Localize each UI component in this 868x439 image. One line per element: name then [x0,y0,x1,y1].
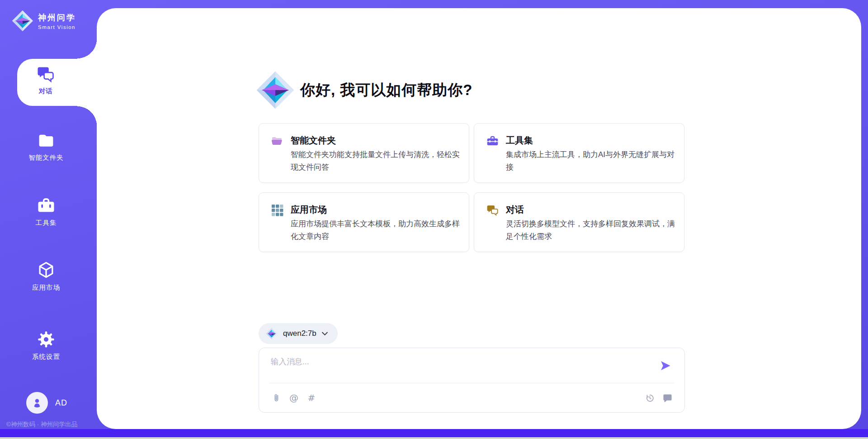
card-title: 工具集 [506,134,533,147]
card-smart-folder[interactable]: 智能文件夹 智能文件夹功能支持批量文件上传与清洗，轻松实现文件问答 [259,123,469,183]
send-icon [659,359,672,372]
horizontal-scrollbar[interactable] [0,437,868,439]
avatar [26,392,48,414]
model-selector[interactable]: qwen2:7b [259,323,338,344]
sidebar-item-label: 对话 [39,87,53,95]
bottom-accent-strip [0,429,868,437]
sidebar-item-toolset[interactable]: 工具集 [0,196,92,227]
sidebar-item-label: 工具集 [36,219,57,227]
app-root: 神州问学 Smart Vision 对话 智能文件夹 工具集 [0,0,868,439]
user-account[interactable]: AD [26,392,67,414]
sidebar-item-label: 智能文件夹 [28,153,64,162]
brand-subtitle: Smart Vision [38,24,76,30]
hash-icon: # [308,392,316,403]
greeting-block: 你好, 我可以如何帮助你? [256,71,473,110]
active-tab-fillet-bottom [77,106,97,126]
card-description: 集成市场上主流工具，助力AI与外界无缝扩展与对接 [506,148,675,174]
folder-icon [37,131,55,149]
paperclip-icon [272,393,281,403]
main-panel: 你好, 我可以如何帮助你? 智能文件夹 智能文件夹功能支持批量文件上传与清洗，轻… [97,8,861,429]
new-conversation-button[interactable] [662,392,673,403]
sidebar-item-app-market[interactable]: 应用市场 [0,261,92,292]
comment-icon [663,393,672,403]
briefcase-icon [486,135,499,147]
card-title: 对话 [506,204,524,216]
diamond-logo-icon [12,10,33,32]
send-button[interactable] [659,359,672,372]
model-name: qwen2:7b [283,329,316,338]
copyright-footer: ©神州数码 · 神州问学出品 [6,420,77,429]
folder-open-icon [271,135,283,147]
gear-icon [37,330,55,348]
card-chat[interactable]: 对话 灵活切换多模型文件，支持多样回复效果调试，满足个性化需求 [474,192,684,252]
brand-title: 神州问学 [38,12,76,23]
sidebar-item-label: 系统设置 [32,353,60,361]
chat-icon [486,204,499,216]
sidebar-item-smart-folder[interactable]: 智能文件夹 [0,131,92,162]
brand-logo: 神州问学 Smart Vision [12,10,76,32]
card-title: 应用市场 [291,204,327,216]
card-description: 智能文件夹功能支持批量文件上传与清洗，轻松实现文件问答 [291,148,460,174]
card-title: 智能文件夹 [291,134,336,147]
diamond-logo-icon [266,328,278,339]
user-name: AD [55,398,67,408]
topic-button[interactable]: # [306,392,317,403]
sidebar-item-label: 应用市场 [32,283,60,292]
history-icon [645,393,655,403]
message-composer: @ # [259,348,685,413]
attach-file-button[interactable] [271,392,282,403]
apps-grid-icon [271,204,283,216]
card-toolset[interactable]: 工具集 集成市场上主流工具，助力AI与外界无缝扩展与对接 [474,123,684,183]
active-tab-fillet-top [77,39,97,59]
card-app-market[interactable]: 应用市场 应用市场提供丰富长文本模板，助力高效生成多样化文章内容 [259,192,469,252]
at-icon: @ [289,392,298,403]
greeting-text: 你好, 我可以如何帮助你? [300,80,473,100]
cube-icon [37,261,55,279]
sidebar-item-settings[interactable]: 系统设置 [0,330,92,361]
briefcase-icon [37,196,55,215]
sidebar-item-chat[interactable]: 对话 [17,59,98,106]
card-description: 应用市场提供丰富长文本模板，助力高效生成多样化文章内容 [291,218,460,243]
diamond-logo-icon [256,71,295,110]
card-description: 灵活切换多模型文件，支持多样回复效果调试，满足个性化需求 [506,218,675,243]
mention-button[interactable]: @ [288,392,299,403]
message-input[interactable] [271,356,651,380]
person-icon [30,396,44,410]
chat-icon [37,65,55,83]
history-button[interactable] [644,392,655,403]
composer-divider [269,383,675,383]
chevron-down-icon [322,332,328,336]
